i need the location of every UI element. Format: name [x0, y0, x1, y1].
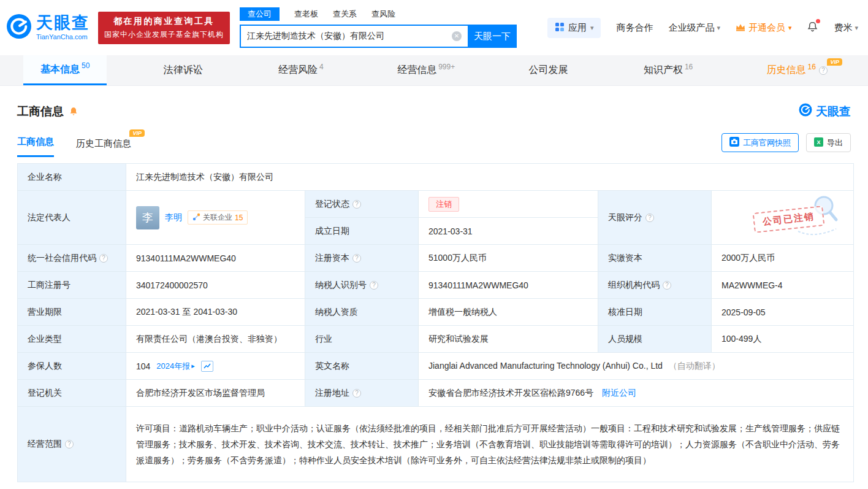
search-button[interactable]: 天眼一下 [468, 25, 517, 48]
paidin-capital-label-cell: 实缴资本 [598, 245, 712, 272]
official-snapshot-button[interactable]: 工商官网快照 [721, 133, 799, 152]
vip-badge: VIP [827, 58, 842, 66]
subtab-history-registration[interactable]: VIP 历史工商信息 [76, 138, 131, 157]
export-button[interactable]: X 导出 [806, 133, 851, 152]
business-cooperation-link[interactable]: 商务合作 [616, 22, 653, 34]
page-title: 工商信息 [17, 104, 64, 120]
annual-report-link[interactable]: 2024年报 ▸ [156, 361, 194, 372]
arrow-right-icon: ▸ [191, 362, 195, 370]
field-value: 2021-03-31 至 2041-03-30 [136, 307, 237, 317]
address-value: 安徽省合肥市经济技术开发区宿松路9766号 [428, 388, 593, 398]
subtab-business-registration[interactable]: 工商信息 [17, 136, 54, 157]
top-bar: 天眼查 TianYanCha.com 都在用的商业查询工具 国家中小企业发展子基… [0, 0, 868, 55]
nearby-companies-link[interactable]: 附近公司 [602, 388, 636, 398]
help-icon[interactable]: ? [352, 254, 361, 263]
related-companies-badge[interactable]: 关联企业 15 [188, 210, 248, 225]
legal-rep-name-link[interactable]: 李明 [165, 212, 182, 223]
org-code-cell: MA2WWMEG-4 [712, 272, 854, 299]
chevron-down-icon: ▾ [855, 24, 858, 32]
field-label: 人员规模 [608, 334, 642, 344]
table-row: 统一社会信用代码? 91340111MA2WWMEG40 注册资本? 51000… [18, 245, 854, 272]
field-label: 登记状态 [315, 199, 349, 209]
field-label: 营业期限 [28, 307, 62, 317]
tyc-score-label-cell: 天眼评分? [598, 191, 712, 245]
help-icon[interactable]: ? [65, 440, 74, 449]
user-menu[interactable]: 费米 ▾ [834, 22, 858, 34]
crown-icon [736, 23, 745, 33]
field-value: MA2WWMEG-4 [721, 280, 783, 290]
legal-rep-avatar[interactable]: 李 [136, 206, 159, 229]
tab-operation-risk[interactable]: 经营风险 4 [261, 55, 341, 85]
help-icon[interactable]: ? [819, 66, 828, 75]
field-label: 英文名称 [315, 361, 349, 371]
tab-label: 经营风险 [278, 64, 318, 77]
tyc-score-cell: 公司已注销 [712, 191, 854, 245]
establish-date-label-cell: 成立日期 [305, 218, 419, 245]
staff-size-cell: 100-499人 [712, 326, 854, 353]
search-input[interactable] [240, 25, 468, 48]
tab-company-development[interactable]: 公司发展 [512, 55, 587, 85]
tab-label: 历史信息 [767, 64, 806, 77]
subtab-label: 历史工商信息 [76, 138, 131, 148]
table-row: 工商注册号 340172400002570 纳税人识别号? 91340111MA… [18, 272, 854, 299]
registration-authority-cell: 合肥市经济开发区市场监督管理局 [126, 380, 305, 407]
search-tab-relation[interactable]: 查关系 [333, 7, 357, 21]
notifications-button[interactable] [807, 21, 818, 34]
reg-status-cell: 注销 [419, 191, 598, 218]
english-name-cell: Jianglai Advanced Manufacturing Technolo… [419, 353, 854, 380]
field-label: 统一社会信用代码 [28, 253, 96, 263]
tab-legal-proceedings[interactable]: 法律诉讼 [147, 55, 222, 85]
field-label: 企业类型 [28, 334, 62, 344]
chevron-down-icon: ▾ [717, 24, 720, 32]
taxpayer-id-cell: 91340111MA2WWMEG40 [419, 272, 598, 299]
help-icon[interactable]: ? [645, 214, 654, 222]
english-name-label-cell: 英文名称 [305, 353, 419, 380]
slogan-line2: 国家中小企业发展子基金旗下机构 [104, 29, 224, 40]
tianyancha-logo[interactable]: 天眼查 TianYanCha.com [6, 13, 89, 42]
tab-basic-info[interactable]: 基本信息 50 [23, 55, 107, 85]
related-label: 关联企业 [203, 212, 232, 223]
tianyancha-logo-icon [6, 13, 32, 42]
table-row: 经营范围? 许可项目：道路机动车辆生产；职业中介活动；认证服务（依法须经批准的项… [18, 407, 854, 482]
table-row: 登记机关 合肥市经济开发区市场监督管理局 注册地址? 安徽省合肥市经济技术开发区… [18, 380, 854, 407]
field-label: 工商注册号 [28, 280, 70, 290]
company-name-cell: 江来先进制造技术（安徽）有限公司 [126, 164, 854, 191]
help-icon[interactable]: ? [370, 281, 378, 290]
trend-chart-icon[interactable] [201, 361, 213, 372]
subtabs-row: 工商信息 VIP 历史工商信息 工商官网快照 X 导出 [17, 133, 851, 157]
field-label: 核准日期 [608, 307, 642, 317]
field-value: 合肥市经济开发区市场监督管理局 [136, 388, 265, 398]
tab-intellectual-property[interactable]: 知识产权 16 [626, 55, 710, 85]
search-tab-boss[interactable]: 查老板 [294, 7, 318, 21]
table-row: 参保人数 104 2024年报 ▸ 英文名称 Jianglai Advanced… [18, 353, 854, 380]
username-label: 费米 [834, 22, 852, 34]
help-icon[interactable]: ? [99, 254, 108, 263]
help-icon[interactable]: ? [352, 389, 361, 398]
search-tab-company[interactable]: 查公司 [240, 7, 280, 21]
business-term-cell: 2021-03-31 至 2041-03-30 [126, 299, 305, 326]
field-value: 2000万人民币 [721, 253, 775, 263]
registration-authority-label-cell: 登记机关 [18, 380, 126, 407]
paidin-capital-cell: 2000万人民币 [712, 245, 854, 272]
apps-menu[interactable]: 应用 ▾ [547, 18, 601, 38]
field-value: 2021-03-31 [428, 226, 473, 236]
registered-capital-cell: 51000万人民币 [419, 245, 598, 272]
clear-search-icon[interactable]: ✕ [452, 31, 462, 41]
company-type-label-cell: 企业类型 [18, 326, 126, 353]
brand-slogan: 都在用的商业查询工具 国家中小企业发展子基金旗下机构 [98, 12, 230, 44]
business-scope-label-cell: 经营范围? [18, 407, 126, 482]
enterprise-products-menu[interactable]: 企业级产品 ▾ [668, 22, 720, 34]
help-icon[interactable]: ? [352, 200, 361, 209]
insured-count-cell: 104 2024年报 ▸ [126, 353, 305, 380]
subscribe-bell-icon[interactable] [69, 107, 78, 117]
status-badge: 注销 [428, 197, 459, 212]
field-value: 增值税一般纳税人 [428, 307, 497, 317]
chevron-down-icon: ▾ [590, 24, 594, 32]
search-tab-risk[interactable]: 查风险 [371, 7, 395, 21]
search-block: 查公司 查老板 查关系 查风险 ✕ 天眼一下 [240, 7, 517, 48]
tab-business-info[interactable]: 经营信息 999+ [380, 55, 472, 85]
help-icon[interactable]: ? [663, 281, 671, 290]
tab-history-info[interactable]: VIP 历史信息 16 ? [750, 55, 845, 85]
open-vip-menu[interactable]: 开通会员 ▾ [736, 22, 792, 34]
field-value: 有限责任公司（港澳台投资、非独资） [136, 334, 282, 344]
